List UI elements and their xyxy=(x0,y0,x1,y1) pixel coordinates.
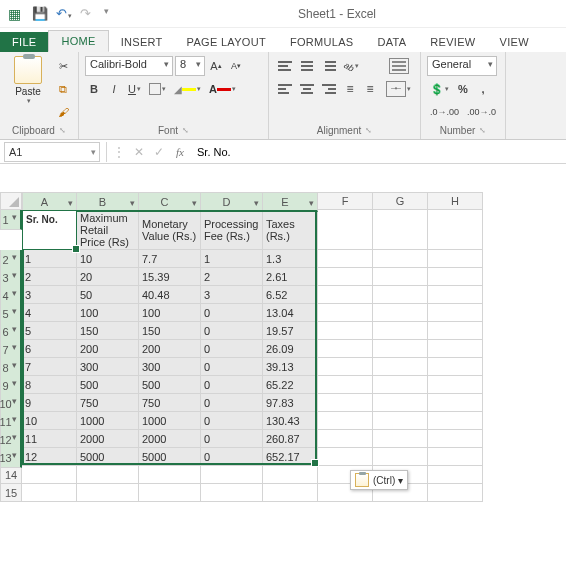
cell[interactable]: 6 xyxy=(22,340,77,358)
format-painter-button[interactable]: 🖌 xyxy=(54,102,72,122)
cell[interactable]: 2 xyxy=(201,268,263,286)
accounting-format-button[interactable]: 💲▾ xyxy=(427,79,452,99)
formula-input[interactable] xyxy=(191,144,566,160)
cell[interactable]: 3 xyxy=(22,286,77,304)
borders-button[interactable]: ▾ xyxy=(146,79,169,99)
percent-format-button[interactable]: % xyxy=(454,79,472,99)
select-all-corner[interactable] xyxy=(0,192,22,210)
cell[interactable]: 9 xyxy=(22,394,77,412)
decrease-indent-button[interactable] xyxy=(341,79,359,99)
row-head[interactable]: 7 xyxy=(0,340,22,360)
comma-format-button[interactable]: , xyxy=(474,79,492,99)
paste-options-button[interactable]: (Ctrl) ▾ xyxy=(350,470,408,490)
row-head[interactable]: 14 xyxy=(0,466,22,484)
clipboard-dialog-launcher[interactable]: ⤡ xyxy=(59,126,66,135)
cell[interactable]: Processing Fee (Rs.) xyxy=(201,210,263,250)
tab-page-layout[interactable]: PAGE LAYOUT xyxy=(175,32,278,52)
align-right-button[interactable] xyxy=(319,79,339,99)
align-top-button[interactable] xyxy=(275,56,295,76)
cell[interactable]: 1 xyxy=(22,250,77,268)
cell[interactable]: 40.48 xyxy=(139,286,201,304)
enter-formula-button[interactable]: ✓ xyxy=(149,145,169,159)
increase-indent-button[interactable] xyxy=(361,79,379,99)
cell[interactable]: 150 xyxy=(139,322,201,340)
row-head[interactable]: 4 xyxy=(0,286,22,306)
cell[interactable]: 3 xyxy=(201,286,263,304)
col-head-d[interactable]: D xyxy=(201,192,263,212)
row-head[interactable]: 6 xyxy=(0,322,22,342)
save-icon[interactable]: 💾 xyxy=(32,6,48,22)
tab-file[interactable]: FILE xyxy=(0,32,48,52)
row-head[interactable]: 5 xyxy=(0,304,22,324)
col-head-f[interactable]: F xyxy=(318,192,373,210)
row-head[interactable]: 11 xyxy=(0,412,22,432)
increase-font-button[interactable]: A▴ xyxy=(207,56,225,76)
cell[interactable]: 1000 xyxy=(77,412,139,430)
cell[interactable]: 15.39 xyxy=(139,268,201,286)
font-dialog-launcher[interactable]: ⤡ xyxy=(182,126,189,135)
align-middle-button[interactable] xyxy=(297,56,317,76)
alignment-dialog-launcher[interactable]: ⤡ xyxy=(365,126,372,135)
cell[interactable]: 2000 xyxy=(77,430,139,448)
cell[interactable]: 0 xyxy=(201,322,263,340)
tab-review[interactable]: REVIEW xyxy=(418,32,487,52)
increase-decimal-button[interactable]: .0→.00 xyxy=(427,102,462,122)
font-color-button[interactable]: A▾ xyxy=(206,79,239,99)
paste-button[interactable]: Paste ▾ xyxy=(6,56,50,105)
row-head[interactable]: 3 xyxy=(0,268,22,288)
row-head[interactable]: 1 xyxy=(0,210,22,230)
row-head[interactable]: 12 xyxy=(0,430,22,450)
cell[interactable]: 0 xyxy=(201,394,263,412)
tab-view[interactable]: VIEW xyxy=(488,32,541,52)
cell[interactable]: 200 xyxy=(139,340,201,358)
cell[interactable]: 65.22 xyxy=(263,376,318,394)
cell[interactable]: 0 xyxy=(201,412,263,430)
cell[interactable]: 4 xyxy=(22,304,77,322)
cell[interactable]: 5000 xyxy=(77,448,139,466)
cell[interactable]: 7 xyxy=(22,358,77,376)
fx-icon[interactable]: fx xyxy=(169,146,191,158)
cell[interactable]: 10 xyxy=(77,250,139,268)
cell[interactable]: 260.87 xyxy=(263,430,318,448)
cell[interactable]: 1000 xyxy=(139,412,201,430)
row-head[interactable]: 10 xyxy=(0,394,22,414)
col-head-g[interactable]: G xyxy=(373,192,428,210)
row-head[interactable]: 2 xyxy=(0,250,22,270)
cell[interactable]: 200 xyxy=(77,340,139,358)
cell[interactable]: 100 xyxy=(139,304,201,322)
cell[interactable]: 150 xyxy=(77,322,139,340)
cell[interactable]: 500 xyxy=(139,376,201,394)
row-head[interactable]: 9 xyxy=(0,376,22,396)
cell[interactable]: 6.52 xyxy=(263,286,318,304)
cell[interactable]: 2000 xyxy=(139,430,201,448)
col-head-b[interactable]: B xyxy=(77,192,139,212)
undo-icon[interactable]: ↶▾ xyxy=(56,6,72,22)
qat-customize-icon[interactable]: ▾ xyxy=(104,6,120,22)
orientation-button[interactable]: ▾ xyxy=(341,56,362,76)
align-left-button[interactable] xyxy=(275,79,295,99)
worksheet[interactable]: A B C D E F G H 1Sr. No.Maximum Retail P… xyxy=(0,192,566,502)
redo-icon[interactable]: ↷ xyxy=(80,6,96,22)
number-dialog-launcher[interactable]: ⤡ xyxy=(479,126,486,135)
cell[interactable]: 19.57 xyxy=(263,322,318,340)
cell[interactable]: 7.7 xyxy=(139,250,201,268)
align-bottom-button[interactable] xyxy=(319,56,339,76)
copy-button[interactable]: ⧉ xyxy=(54,79,72,99)
cell[interactable]: 20 xyxy=(77,268,139,286)
row-head[interactable]: 15 xyxy=(0,484,22,502)
name-box[interactable]: A1 xyxy=(4,142,100,162)
cell[interactable]: 1.3 xyxy=(263,250,318,268)
col-head-h[interactable]: H xyxy=(428,192,483,210)
cell[interactable]: 750 xyxy=(77,394,139,412)
cell[interactable]: 0 xyxy=(201,304,263,322)
cell[interactable]: 1 xyxy=(201,250,263,268)
cell[interactable]: 39.13 xyxy=(263,358,318,376)
cell[interactable]: Monetary Value (Rs.) xyxy=(139,210,201,250)
col-head-e[interactable]: E xyxy=(263,192,318,212)
tab-insert[interactable]: INSERT xyxy=(109,32,175,52)
cancel-formula-button[interactable]: ✕ xyxy=(129,145,149,159)
cell[interactable]: 5000 xyxy=(139,448,201,466)
cell[interactable]: 0 xyxy=(201,430,263,448)
formula-more-button[interactable]: ⋮ xyxy=(109,145,129,159)
wrap-text-button[interactable] xyxy=(383,56,414,76)
